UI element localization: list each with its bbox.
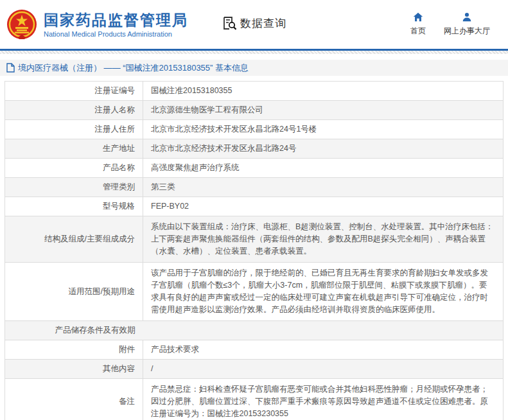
- table-row: 型号规格 FEP-BY02: [5, 197, 504, 216]
- nav-home-label: 首页: [410, 26, 426, 37]
- document-search-icon: [222, 15, 237, 31]
- field-value: 高强度聚焦超声治疗系统: [143, 159, 504, 178]
- site-title-en: National Medical Products Administration: [44, 30, 188, 38]
- file-icon: [6, 63, 15, 73]
- field-label: 结构及组成/主要组成成分: [5, 216, 143, 263]
- field-label: 注册人名称: [5, 101, 143, 120]
- table-row: 生产地址 北京市北京经济技术开发区永昌北路24号: [5, 139, 504, 159]
- site-brand: 国家药品监督管理局 National Medical Products Admi…: [44, 12, 188, 38]
- field-label: 管理类别: [5, 178, 143, 197]
- table-row: 注册人住所 北京市北京经济技术开发区永昌北路24号1号楼: [5, 120, 504, 139]
- site-header: 国家药品监督管理局 National Medical Products Admi…: [0, 0, 508, 49]
- field-value: 产品禁忌症：妇科检查怀疑子宫肌瘤有恶变可能或合并其他妇科恶性肿瘤；月经期或怀孕患…: [143, 379, 504, 420]
- data-query-label: 数据查询: [240, 16, 286, 31]
- nav-home[interactable]: 首页: [410, 12, 426, 37]
- field-label: 产品储存条件及有效期: [5, 321, 143, 340]
- table-row: 产品储存条件及有效期: [5, 321, 504, 340]
- header-nav: 首页 网上办事大厅: [410, 12, 490, 37]
- table-row: 产品名称 高强度聚焦超声治疗系统: [5, 159, 504, 178]
- field-value: FEP-BY02: [143, 197, 504, 216]
- field-label: 产品名称: [5, 159, 143, 178]
- table-row: 管理类别 第三类: [5, 178, 504, 197]
- table-row: 注册人名称 北京源德生物医学工程有限公司: [5, 101, 504, 120]
- table-row: 适用范围/预期用途 该产品用于子宫肌瘤的治疗，限于绝经前的、已婚已育且无再生育要…: [5, 263, 504, 321]
- home-icon: [412, 12, 424, 23]
- field-label: 备注: [5, 379, 143, 420]
- field-value: 北京市北京经济技术开发区永昌北路24号: [143, 139, 504, 159]
- breadcrumb: 境内医疗器械（注册） —— “国械注准20153180355” 基本信息: [0, 60, 508, 76]
- site-title-cn: 国家药品监督管理局: [44, 12, 188, 28]
- field-value: /: [143, 360, 504, 379]
- field-label: 注册证编号: [5, 82, 143, 101]
- nav-online-hall[interactable]: 网上办事大厅: [444, 12, 490, 37]
- field-value: [143, 321, 504, 340]
- field-label: 注册人住所: [5, 120, 143, 139]
- field-label: 其他内容: [5, 360, 143, 379]
- field-value: 国械注准20153180355: [143, 82, 504, 101]
- field-label: 型号规格: [5, 197, 143, 216]
- field-value: 产品技术要求: [143, 340, 504, 360]
- national-emblem-logo: [6, 9, 37, 40]
- field-value: 系统由以下装置组成：治疗床、电源柜、B超测位装置、控制台、水处理装置。其中治疗床…: [143, 216, 504, 263]
- hatch-strip: [0, 51, 508, 54]
- field-label: 生产地址: [5, 139, 143, 159]
- table-row: 备注 产品禁忌症：妇科检查怀疑子宫肌瘤有恶变可能或合并其他妇科恶性肿瘤；月经期或…: [5, 379, 504, 420]
- field-value: 北京市北京经济技术开发区永昌北路24号1号楼: [143, 120, 504, 139]
- table-row: 其他内容 /: [5, 360, 504, 379]
- field-value: 第三类: [143, 178, 504, 197]
- field-label: 适用范围/预期用途: [5, 263, 143, 321]
- table-row: 结构及组成/主要组成成分 系统由以下装置组成：治疗床、电源柜、B超测位装置、控制…: [5, 216, 504, 263]
- field-value: 北京源德生物医学工程有限公司: [143, 101, 504, 120]
- field-value: 该产品用于子宫肌瘤的治疗，限于绝经前的、已婚已育且无再生育要求的育龄期妇女单发或…: [143, 263, 504, 321]
- field-label: 附件: [5, 340, 143, 360]
- breadcrumb-text: 境内医疗器械（注册） —— “国械注准20153180355” 基本信息: [18, 62, 249, 74]
- table-row: 注册证编号 国械注准20153180355: [5, 82, 504, 101]
- data-query-tab[interactable]: 数据查询: [222, 15, 286, 31]
- table-row: 附件 产品技术要求: [5, 340, 504, 360]
- nav-online-hall-label: 网上办事大厅: [444, 26, 490, 37]
- registration-info-table: 注册证编号 国械注准20153180355 注册人名称 北京源德生物医学工程有限…: [4, 81, 504, 420]
- person-icon: [461, 12, 473, 23]
